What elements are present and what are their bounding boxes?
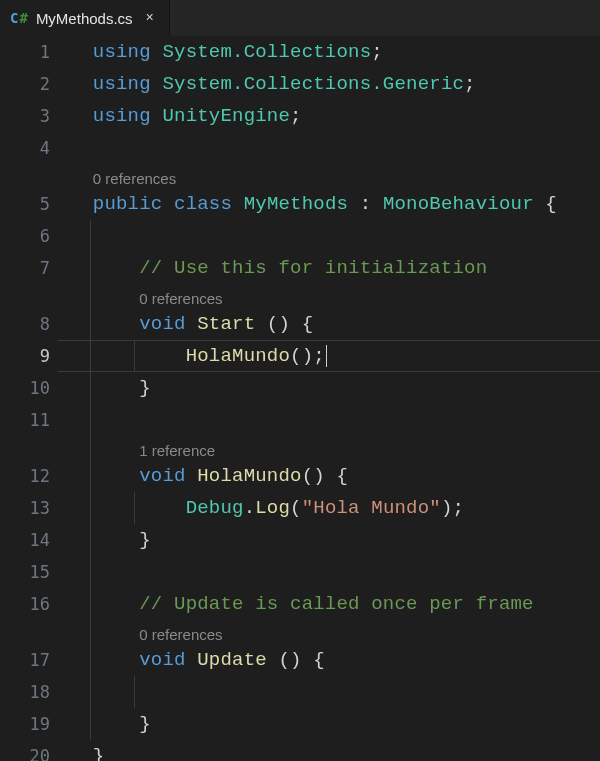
code-line[interactable]: 3 using UnityEngine; (58, 100, 600, 132)
indent-guide (90, 252, 91, 284)
line-number: 4 (0, 140, 50, 157)
indent-guide (90, 308, 91, 340)
code-line[interactable]: 19 } (58, 708, 600, 740)
code-line[interactable]: 2 using System.Collections.Generic; (58, 68, 600, 100)
line-number: 19 (0, 716, 50, 733)
code-line[interactable]: 18 (58, 676, 600, 708)
indent-guide (90, 676, 91, 708)
indent-guide (90, 556, 91, 588)
indent-guide (90, 708, 91, 740)
code-line[interactable]: 15 (58, 556, 600, 588)
codelens[interactable]: 0 references (58, 284, 600, 308)
text-cursor (326, 345, 327, 367)
indent-guide (90, 436, 91, 460)
close-icon[interactable]: × (141, 9, 159, 27)
line-number: 2 (0, 76, 50, 93)
line-number: 1 (0, 44, 50, 61)
line-number: 9 (0, 348, 50, 365)
code-line[interactable]: 12 void HolaMundo() { (58, 460, 600, 492)
line-number: 15 (0, 564, 50, 581)
codelens[interactable]: 1 reference (58, 436, 600, 460)
line-number: 10 (0, 380, 50, 397)
file-tab[interactable]: C# MyMethods.cs × (0, 0, 170, 36)
indent-guide (134, 340, 135, 372)
codelens[interactable]: 0 references (58, 164, 600, 188)
code-editor[interactable]: 1 using System.Collections; 2 using Syst… (0, 36, 600, 761)
csharp-icon: C# (10, 10, 28, 26)
indent-guide (90, 620, 91, 644)
tab-filename: MyMethods.cs (36, 10, 133, 27)
line-number: 6 (0, 228, 50, 245)
line-number: 16 (0, 596, 50, 613)
code-line[interactable]: 4 (58, 132, 600, 164)
code-line[interactable]: 13 Debug.Log("Hola Mundo"); (58, 492, 600, 524)
line-number: 17 (0, 652, 50, 669)
code-line[interactable]: 20 } (58, 740, 600, 761)
line-number: 5 (0, 196, 50, 213)
line-number: 3 (0, 108, 50, 125)
code-line[interactable]: 6 (58, 220, 600, 252)
code-line[interactable]: 9 HolaMundo(); (58, 340, 600, 372)
indent-guide (90, 588, 91, 620)
code-line[interactable]: 5 public class MyMethods : MonoBehaviour… (58, 188, 600, 220)
line-number: 12 (0, 468, 50, 485)
line-number: 14 (0, 532, 50, 549)
line-number: 18 (0, 684, 50, 701)
indent-guide (90, 644, 91, 676)
indent-guide (90, 524, 91, 556)
indent-guide (90, 372, 91, 404)
indent-guide (134, 492, 135, 524)
line-number: 13 (0, 500, 50, 517)
indent-guide (90, 220, 91, 252)
line-number: 20 (0, 748, 50, 762)
indent-guide (90, 340, 91, 372)
code-line[interactable]: 1 using System.Collections; (58, 36, 600, 68)
code-line[interactable]: 16 // Update is called once per frame (58, 588, 600, 620)
code-line[interactable]: 7 // Use this for initialization (58, 252, 600, 284)
indent-guide (90, 492, 91, 524)
line-number: 11 (0, 412, 50, 429)
tab-bar: C# MyMethods.cs × (0, 0, 600, 36)
code-line[interactable]: 14 } (58, 524, 600, 556)
indent-guide (134, 676, 135, 708)
indent-guide (90, 284, 91, 308)
code-line[interactable]: 8 void Start () { (58, 308, 600, 340)
code-line[interactable]: 10 } (58, 372, 600, 404)
code-line[interactable]: 11 (58, 404, 600, 436)
codelens[interactable]: 0 references (58, 620, 600, 644)
indent-guide (90, 460, 91, 492)
code-area[interactable]: 1 using System.Collections; 2 using Syst… (58, 36, 600, 761)
code-line[interactable]: 17 void Update () { (58, 644, 600, 676)
line-number: 8 (0, 316, 50, 333)
line-number: 7 (0, 260, 50, 277)
indent-guide (90, 404, 91, 436)
